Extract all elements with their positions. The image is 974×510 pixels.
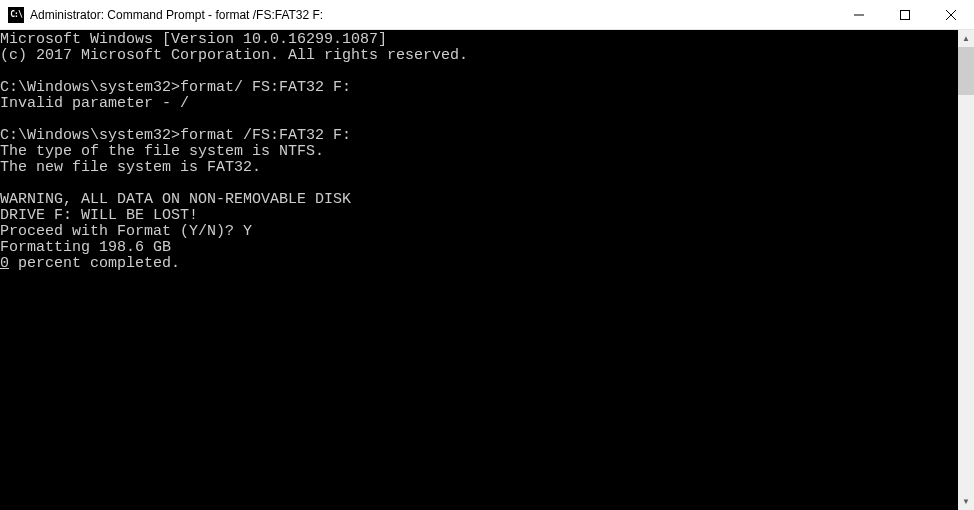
client-area: Microsoft Windows [Version 10.0.16299.10… [0, 30, 974, 510]
window-controls [836, 0, 974, 29]
vertical-scrollbar[interactable]: ▲ ▼ [958, 30, 974, 510]
titlebar[interactable]: C:\ Administrator: Command Prompt - form… [0, 0, 974, 30]
console-output[interactable]: Microsoft Windows [Version 10.0.16299.10… [0, 30, 958, 510]
maximize-icon [900, 10, 910, 20]
close-button[interactable] [928, 0, 974, 29]
scroll-up-button[interactable]: ▲ [958, 30, 974, 47]
window-title: Administrator: Command Prompt - format /… [30, 8, 323, 22]
scroll-track[interactable] [958, 47, 974, 493]
scroll-thumb[interactable] [958, 47, 974, 95]
maximize-button[interactable] [882, 0, 928, 29]
close-icon [946, 10, 956, 20]
svg-rect-1 [901, 10, 910, 19]
minimize-icon [854, 10, 864, 20]
scroll-down-button[interactable]: ▼ [958, 493, 974, 510]
minimize-button[interactable] [836, 0, 882, 29]
cmd-icon: C:\ [8, 7, 24, 23]
